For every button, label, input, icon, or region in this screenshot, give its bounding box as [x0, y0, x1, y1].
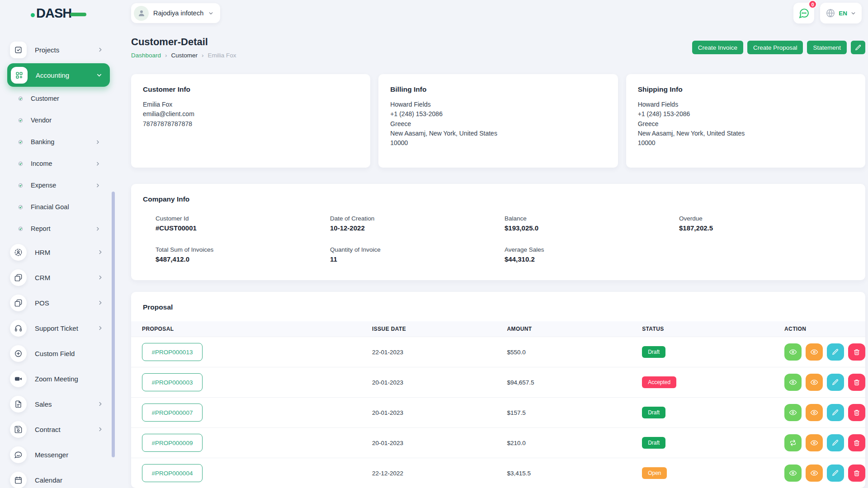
- sidebar-item-support-ticket[interactable]: Support Ticket: [0, 315, 116, 341]
- sidebar-item-pos[interactable]: POS: [0, 290, 116, 315]
- proposal-id-link[interactable]: #PROP000004: [142, 464, 203, 482]
- preview-button[interactable]: [806, 374, 823, 391]
- pencil-icon: [832, 379, 839, 386]
- delete-button[interactable]: [848, 374, 865, 391]
- sidebar-item-crm[interactable]: CRM: [0, 265, 116, 290]
- sidebar-item-label: Calendar: [35, 476, 62, 484]
- table-header-row: PROPOSAL ISSUE DATE AMOUNT STATUS ACTION: [131, 321, 865, 337]
- check-circle-icon: [18, 96, 23, 101]
- sidebar-subitem-income[interactable]: Income: [0, 153, 116, 174]
- sidebar-item-calendar[interactable]: Calendar: [0, 467, 116, 488]
- sidebar-scrollbar[interactable]: [112, 192, 115, 457]
- edit-button[interactable]: [827, 465, 844, 482]
- topbar: DASH Rajodiya infotech 0 EN: [0, 0, 868, 26]
- sidebar-item-accounting[interactable]: Accounting: [7, 63, 110, 87]
- metric-total-invoices: Total Sum of Invoices $487,412.0: [156, 246, 330, 263]
- delete-button[interactable]: [848, 404, 865, 421]
- view-button[interactable]: [784, 374, 802, 391]
- sidebar-item-messenger[interactable]: Messenger: [0, 442, 116, 467]
- status-badge: Open: [642, 467, 667, 479]
- status-badge: Draft: [642, 407, 665, 418]
- status-badge: Draft: [642, 346, 665, 358]
- sidebar-item-label: POS: [35, 299, 49, 307]
- edit-button[interactable]: [827, 374, 844, 391]
- check-circle-icon: [18, 140, 23, 145]
- chat-button[interactable]: 0: [793, 3, 814, 23]
- sidebar-item-label: Report: [31, 225, 51, 232]
- breadcrumb: Dashboard › Customer › Emilia Fox: [131, 52, 236, 59]
- billing-info-card: Billing Info Howard Fields +1 (248) 153-…: [378, 74, 618, 168]
- statement-button[interactable]: Statement: [807, 41, 847, 54]
- eye-icon: [789, 378, 797, 386]
- shipping-address: New Aasamj, New York, United States: [638, 129, 854, 138]
- preview-button[interactable]: [806, 343, 823, 361]
- breadcrumb-customer[interactable]: Customer: [171, 52, 198, 59]
- sidebar-item-sales[interactable]: Sales: [0, 391, 116, 417]
- sidebar-subitem-customer[interactable]: Customer: [0, 88, 116, 109]
- eye-icon: [810, 408, 818, 417]
- brand-logo[interactable]: DASH: [31, 6, 86, 21]
- proposal-id-link[interactable]: #PROP000003: [142, 373, 203, 391]
- view-button[interactable]: [784, 343, 802, 361]
- icon-card: [10, 269, 27, 286]
- edit-button[interactable]: [827, 404, 844, 421]
- sidebar-subitem-finacial-goal[interactable]: Finacial Goal: [0, 196, 116, 218]
- trash-icon: [853, 379, 860, 386]
- sidebar-item-label: HRM: [35, 249, 50, 256]
- avatar-person-icon: [137, 9, 146, 17]
- proposal-id-link[interactable]: #PROP000013: [142, 343, 203, 361]
- table-row: #PROP000007 20-01-2023 $157.5 Draft: [131, 398, 865, 428]
- delete-button[interactable]: [848, 343, 865, 361]
- create-proposal-button[interactable]: Create Proposal: [747, 41, 803, 54]
- edit-button[interactable]: [827, 343, 844, 361]
- convert-button[interactable]: [784, 434, 802, 451]
- col-proposal: PROPOSAL: [131, 321, 372, 337]
- proposal-title: Proposal: [131, 303, 865, 311]
- icon-card: [11, 67, 28, 84]
- delete-button[interactable]: [848, 465, 865, 482]
- company-selector[interactable]: Rajodiya infotech: [131, 3, 220, 23]
- tasks-icon: [14, 46, 23, 54]
- create-invoice-button[interactable]: Create Invoice: [692, 41, 743, 54]
- preview-button[interactable]: [806, 465, 823, 482]
- pencil-icon: [832, 348, 839, 356]
- amount-cell: $94,657.5: [507, 367, 642, 398]
- view-button[interactable]: [784, 465, 802, 482]
- accounting-grid-icon: [15, 71, 24, 80]
- globe-icon: [826, 8, 835, 18]
- sidebar-subitem-expense[interactable]: Expense: [0, 174, 116, 196]
- check-circle-icon: [18, 205, 23, 210]
- breadcrumb-dashboard[interactable]: Dashboard: [131, 52, 161, 59]
- proposal-id-link[interactable]: #PROP000009: [142, 434, 203, 452]
- headset-icon: [14, 324, 23, 333]
- refresh-icon: [789, 439, 797, 446]
- sidebar-subitem-banking[interactable]: Banking: [0, 131, 116, 153]
- sidebar-item-zoom-meeting[interactable]: Zoom Meeting: [0, 366, 116, 391]
- video-camera-icon: [14, 375, 23, 383]
- edit-button[interactable]: [827, 434, 844, 451]
- sidebar-item-label: Support Ticket: [35, 324, 78, 332]
- icon-card: [10, 396, 27, 413]
- sidebar-item-custom-field[interactable]: Custom Field: [0, 341, 116, 366]
- preview-button[interactable]: [806, 434, 823, 451]
- view-button[interactable]: [784, 404, 802, 421]
- company-metrics: Customer Id #CUST00001 Date of Creation …: [156, 215, 854, 263]
- proposal-id-link[interactable]: #PROP000007: [142, 404, 203, 422]
- billing-country: Greece: [390, 119, 606, 129]
- preview-button[interactable]: [806, 404, 823, 421]
- icon-card: [10, 446, 27, 463]
- icon-card: [10, 345, 27, 362]
- sidebar-item-contract[interactable]: Contract: [0, 417, 116, 442]
- sidebar-item-projects[interactable]: Projects: [0, 37, 116, 62]
- delete-button[interactable]: [848, 434, 865, 451]
- sidebar: Projects Accounting Customer Vendor Bank…: [0, 29, 116, 488]
- sidebar-item-label: Customer: [31, 95, 59, 102]
- language-code: EN: [839, 10, 847, 17]
- proposal-table: PROPOSAL ISSUE DATE AMOUNT STATUS ACTION…: [131, 321, 865, 488]
- language-selector[interactable]: EN: [820, 3, 862, 23]
- edit-customer-button[interactable]: [851, 41, 865, 54]
- sidebar-item-hrm[interactable]: HRM: [0, 239, 116, 265]
- sidebar-subitem-vendor[interactable]: Vendor: [0, 109, 116, 131]
- amount-cell: $550.0: [507, 337, 642, 367]
- sidebar-subitem-report[interactable]: Report: [0, 218, 116, 239]
